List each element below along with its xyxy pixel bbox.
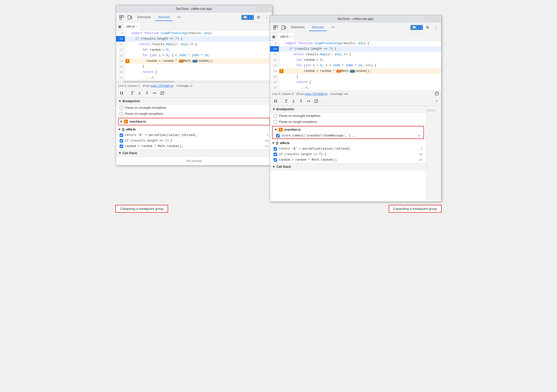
right-call-stack-section: Call Stack: [270, 163, 426, 170]
step-over-button[interactable]: [128, 90, 136, 97]
left-status-bar: Line 2, Column 3 (From index-73f73a80.js…: [116, 82, 272, 89]
right-tab-elements[interactable]: Elements: [288, 24, 308, 31]
left-snackbar-header[interactable]: {} snackbar.ts: [119, 118, 270, 125]
status-from-link[interactable]: index-73f73a80.js: [151, 84, 173, 87]
right-call-stack-header[interactable]: Call Stack: [270, 163, 426, 170]
svg-rect-1: [120, 18, 121, 19]
maximize-button[interactable]: □: [261, 7, 265, 11]
code-line-13: 13 for (let i = 0; i < 1000 * 1000 * 10;: [116, 53, 272, 58]
right-tab-sources[interactable]: Sources: [309, 24, 327, 31]
minimize-button[interactable]: —: [256, 7, 260, 11]
right-code-content-10: if (results.length >= 7) {: [284, 46, 337, 52]
file-tab-utils[interactable]: utils.ts ×: [124, 22, 141, 31]
step-out-button[interactable]: [144, 90, 151, 97]
right-step-into-button[interactable]: [290, 98, 297, 105]
settings-icon[interactable]: ⚙: [255, 14, 262, 21]
device-icon[interactable]: [126, 14, 133, 21]
right-snackbar-header[interactable]: {} snackbar.ts: [273, 126, 423, 133]
right-toolbar: Elements Sources >> 💬 1 ⚙ ⋮: [270, 22, 441, 33]
right-inspect-icon[interactable]: [272, 24, 279, 31]
tab-more[interactable]: >>: [174, 14, 184, 21]
right-minimize-button[interactable]: —: [426, 17, 429, 21]
right-bp-item-1: if (results.length >= 7) { 10: [270, 152, 426, 157]
right-sidebar-toggle[interactable]: ▣: [270, 33, 278, 41]
right-maximize-button[interactable]: □: [431, 17, 434, 21]
right-bp-text-0: return '$' + parseFloat(value).toFixed(…: [279, 147, 352, 151]
left-window-controls: — □ ×: [256, 7, 270, 11]
breakpoint-marker-11: [125, 42, 130, 47]
step-into-button[interactable]: [136, 90, 143, 97]
right-pause-resume-button[interactable]: [272, 98, 279, 105]
pause-uncaught-checkbox[interactable]: [120, 106, 123, 109]
tab-sources[interactable]: Sources: [155, 14, 173, 21]
step-button[interactable]: [151, 90, 158, 97]
more-options-icon[interactable]: ⋮: [263, 14, 270, 21]
right-bp-snackbar-checkbox-0[interactable]: [276, 134, 280, 137]
right-code-content-12: let random = 0;: [284, 57, 324, 63]
inspect-icon[interactable]: [118, 14, 125, 21]
file-tab-close[interactable]: ×: [136, 25, 138, 28]
line-number-16: 16: [116, 69, 125, 75]
bp-checkbox-1[interactable]: [120, 139, 123, 143]
right-bp-item-2: random = random * Math.random(); 14: [270, 157, 426, 163]
right-file-tab-utils[interactable]: utils.ts ×: [278, 33, 295, 41]
right-status-expand-icon[interactable]: [435, 92, 439, 96]
right-snackbar-group: {} snackbar.ts store.commit('snackbar/sh…: [272, 126, 424, 139]
right-close-button[interactable]: ×: [436, 17, 439, 21]
left-utils-header[interactable]: {} utils.ts: [116, 126, 272, 132]
code-content-13: for (let i = 0; i < 1000 * 1000 * 10;: [130, 53, 210, 58]
left-snackbar-group: {} snackbar.ts: [118, 118, 270, 125]
tab-elements[interactable]: Elements: [134, 14, 154, 21]
breakpoints-label: Breakpoints: [123, 99, 140, 103]
left-utils-group: {} utils.ts return '$' + parseFloat(valu…: [116, 126, 272, 149]
bp-text-2: random = random * Math.random();: [125, 145, 183, 148]
right-pause-uncaught-checkbox[interactable]: [274, 114, 277, 118]
right-code-line-16: 16 return {: [270, 79, 441, 85]
right-bp-checkbox-0[interactable]: [274, 147, 277, 151]
right-console-icon: 💬: [412, 26, 416, 29]
right-step-button[interactable]: [305, 98, 312, 105]
right-status-from-link[interactable]: index-73f73a80.js: [305, 92, 327, 95]
sidebar-toggle-button[interactable]: ▣: [116, 22, 124, 31]
deactivate-button[interactable]: [159, 90, 166, 97]
close-button[interactable]: ×: [267, 7, 270, 11]
pause-uncaught-row: Pause on uncaught exceptions: [116, 105, 272, 111]
left-call-stack-header[interactable]: Call Stack: [116, 150, 272, 157]
right-deactivate-button[interactable]: [313, 98, 320, 105]
bp-checkbox-2[interactable]: [120, 145, 123, 148]
right-step-over-button[interactable]: [282, 98, 289, 105]
right-debug-sep-1: [281, 99, 281, 104]
bp-checkbox-0[interactable]: [120, 133, 123, 137]
right-line-number-15: 15: [270, 74, 279, 79]
right-breakpoints-header[interactable]: Breakpoints: [270, 106, 426, 113]
right-overflow-tabs[interactable]: »: [434, 99, 439, 103]
right-pause-caught-label: Pause on caught exceptions: [279, 120, 317, 124]
left-breakpoints-header[interactable]: Breakpoints: [116, 98, 272, 105]
code-scrollbar[interactable]: [116, 80, 272, 82]
right-more-options-icon[interactable]: ⋮: [432, 24, 439, 31]
pause-caught-checkbox[interactable]: [120, 112, 123, 116]
right-pause-uncaught-label: Pause on uncaught exceptions: [279, 114, 321, 118]
right-bp-checkbox-1[interactable]: [274, 153, 277, 156]
right-bp-checkbox-2[interactable]: [274, 158, 277, 162]
svg-line-34: [315, 100, 317, 102]
right-tab-more[interactable]: >>: [328, 24, 338, 31]
right-code-content-17: ...r,: [284, 85, 309, 91]
right-device-icon[interactable]: [280, 24, 287, 31]
right-breakpoint-marker-10: [279, 46, 284, 52]
right-code-line-12: 12 let random = 0;: [270, 57, 441, 63]
right-bp-item-0: return '$' + parseFloat(value).toFixed(……: [270, 146, 426, 152]
right-pause-caught-checkbox[interactable]: [274, 120, 277, 124]
file-tab-name: utils.ts: [126, 25, 135, 28]
right-file-tab-close[interactable]: ×: [290, 35, 292, 38]
svg-rect-22: [285, 26, 286, 29]
right-settings-icon[interactable]: ⚙: [424, 24, 431, 31]
right-utils-header[interactable]: {} utils.ts: [270, 140, 426, 146]
right-bp-snackbar-item-0: store.commit('snackbar/showMessage', { ……: [273, 133, 423, 138]
console-badge-button[interactable]: 💬 1: [241, 15, 254, 20]
right-console-badge-button[interactable]: 💬 1: [410, 25, 423, 30]
right-console-count: 1: [417, 26, 421, 29]
right-breakpoint-marker-14: ?: [279, 68, 284, 74]
pause-resume-button[interactable]: [118, 90, 125, 97]
right-step-out-button[interactable]: [298, 98, 305, 105]
